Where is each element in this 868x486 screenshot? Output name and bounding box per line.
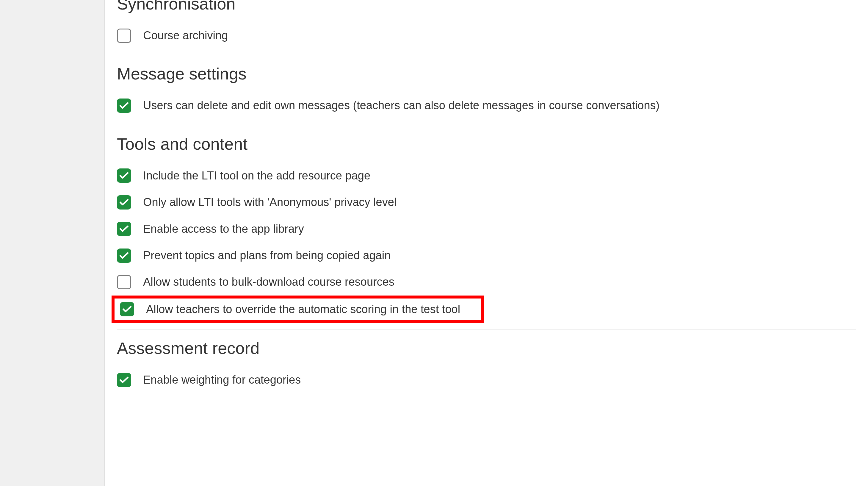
divider [117, 125, 856, 125]
page-container: Synchronisation Course archiving Message… [0, 0, 868, 486]
checkbox-anonymous-privacy[interactable] [117, 195, 131, 210]
label-anonymous-privacy: Only allow LTI tools with 'Anonymous' pr… [143, 195, 397, 210]
divider [117, 55, 856, 55]
highlight-box-override-scoring: Allow teachers to override the automatic… [112, 296, 484, 323]
checkbox-row-app-library: Enable access to the app library [117, 216, 856, 242]
checkbox-lti-tool[interactable] [117, 169, 131, 183]
checkbox-delete-edit-messages[interactable] [117, 98, 131, 113]
checkbox-row-delete-edit-messages: Users can delete and edit own messages (… [117, 92, 856, 119]
checkbox-app-library[interactable] [117, 222, 131, 236]
section-synchronisation: Synchronisation Course archiving [105, 0, 856, 49]
checkbox-row-override-scoring: Allow teachers to override the automatic… [120, 299, 460, 320]
label-app-library: Enable access to the app library [143, 222, 304, 236]
checkbox-row-lti-tool: Include the LTI tool on the add resource… [117, 162, 856, 189]
checkmark-icon [120, 376, 128, 384]
content-area: Synchronisation Course archiving Message… [104, 0, 868, 486]
label-prevent-copy: Prevent topics and plans from being copi… [143, 248, 391, 263]
label-lti-tool: Include the LTI tool on the add resource… [143, 169, 370, 183]
heading-synchronisation: Synchronisation [117, 0, 856, 13]
checkbox-enable-weighting[interactable] [117, 373, 131, 387]
checkbox-row-bulk-download: Allow students to bulk-download course r… [117, 269, 856, 295]
label-delete-edit-messages: Users can delete and edit own messages (… [143, 98, 659, 113]
label-bulk-download: Allow students to bulk-download course r… [143, 275, 395, 289]
left-gutter [0, 0, 104, 486]
divider [117, 329, 856, 330]
checkbox-row-course-archiving: Course archiving [117, 22, 856, 49]
section-assessment-record: Assessment record Enable weighting for c… [105, 338, 856, 393]
section-tools-and-content: Tools and content Include the LTI tool o… [105, 134, 856, 323]
checkmark-icon [120, 225, 128, 233]
checkbox-row-prevent-copy: Prevent topics and plans from being copi… [117, 242, 856, 269]
checkmark-icon [120, 199, 128, 206]
checkmark-icon [120, 172, 128, 179]
checkbox-bulk-download[interactable] [117, 275, 131, 289]
checkmark-icon [120, 102, 128, 109]
heading-message-settings: Message settings [117, 64, 856, 83]
heading-tools-and-content: Tools and content [117, 134, 856, 154]
label-override-scoring: Allow teachers to override the automatic… [146, 302, 460, 317]
checkbox-course-archiving[interactable] [117, 29, 131, 43]
checkmark-icon [120, 252, 128, 259]
checkmark-icon [123, 306, 131, 313]
checkbox-row-anonymous-privacy: Only allow LTI tools with 'Anonymous' pr… [117, 189, 856, 215]
checkbox-row-enable-weighting: Enable weighting for categories [117, 367, 856, 393]
checkbox-override-scoring[interactable] [120, 302, 134, 316]
section-message-settings: Message settings Users can delete and ed… [105, 64, 856, 119]
checkbox-prevent-copy[interactable] [117, 248, 131, 263]
label-course-archiving: Course archiving [143, 28, 228, 43]
heading-assessment-record: Assessment record [117, 338, 856, 358]
label-enable-weighting: Enable weighting for categories [143, 373, 301, 387]
